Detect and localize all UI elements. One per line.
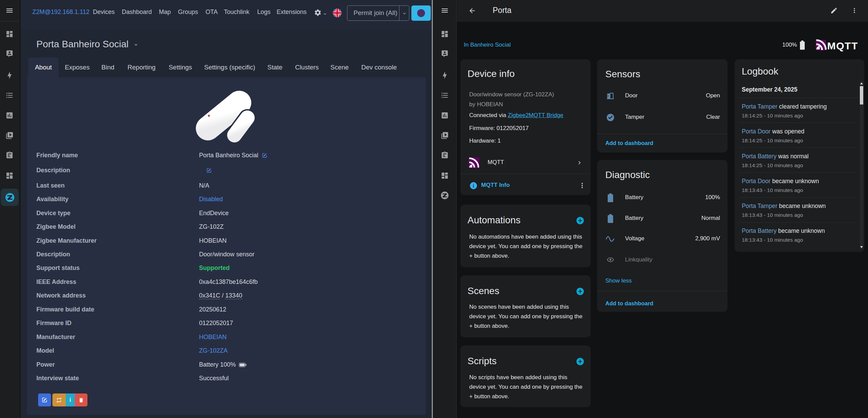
- svg-text:MQTT: MQTT: [827, 40, 858, 51]
